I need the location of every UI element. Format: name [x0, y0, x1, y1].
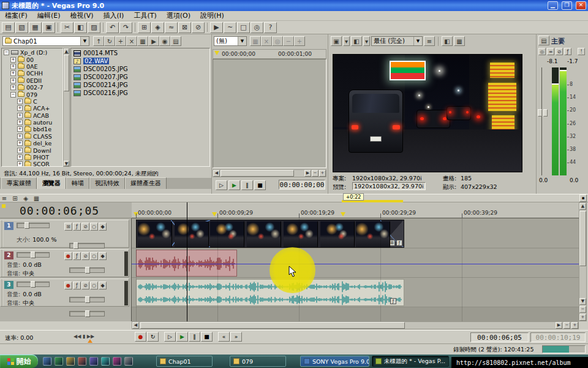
views-icon[interactable]: ▦	[137, 36, 148, 46]
menu-item-5[interactable]: 選項(O)	[162, 10, 195, 21]
media-properties-icon[interactable]: ▤	[170, 36, 181, 46]
quick-launch-icon[interactable]	[113, 357, 121, 366]
tree-item-scor[interactable]: +SCOR	[2, 161, 62, 167]
chevron-down-icon[interactable]: ▼	[413, 37, 422, 45]
cut-icon[interactable]: ✂	[61, 22, 74, 33]
tab-inactive[interactable]: 媒體產生器	[125, 177, 167, 189]
tree-item-class[interactable]: +CLASS	[2, 133, 62, 140]
delete-icon[interactable]: ×	[126, 36, 137, 46]
close-button[interactable]: ✕	[576, 1, 586, 10]
chevron-down-icon[interactable]: ▾	[363, 36, 370, 46]
track-motion-icon[interactable]: ⊞	[64, 223, 72, 231]
auto-preview-icon[interactable]: ◉	[159, 36, 170, 46]
tree-item-c[interactable]: +C	[2, 98, 62, 105]
tree-item-00[interactable]: +00	[2, 56, 62, 63]
quick-launch-icon[interactable]	[78, 357, 86, 366]
playhead-cursor[interactable]	[187, 202, 187, 321]
paste-icon[interactable]: ▨	[88, 22, 100, 33]
master-fx-icon[interactable]: ƒ	[564, 48, 571, 55]
tree-item-phot[interactable]: +PHOT	[2, 154, 62, 161]
track-header-3[interactable]: 3 ●ƒ⊘○◆ 音量:0.0 dB 音場:中央	[0, 278, 129, 307]
tree-item-xp-d-d-[interactable]: −Xp_d (D:)	[2, 49, 62, 56]
marker-tool-icon[interactable]: ⊞	[11, 195, 20, 202]
master-fader-right[interactable]	[543, 109, 548, 117]
tree-item-bbd1e[interactable]: +bbd1e	[2, 126, 62, 132]
go-to-start-button[interactable]: «	[218, 332, 230, 342]
trimmer-preset-dropdown[interactable]: (無) ▼	[214, 36, 247, 46]
grid-icon[interactable]: ▦	[32, 195, 41, 202]
tab-inactive[interactable]: 視訊特效	[89, 177, 125, 189]
file-item[interactable]: 00014.MTS	[72, 49, 209, 57]
auto-crossfade-icon[interactable]: ◈	[151, 22, 164, 33]
scrub-marker[interactable]	[88, 339, 92, 343]
record-arm-icon[interactable]: ●	[64, 252, 72, 260]
file-item[interactable]: DSC00207.JPG	[72, 73, 209, 81]
expand-icon[interactable]: +	[10, 64, 16, 69]
track-fx-icon[interactable]: ƒ	[73, 282, 81, 289]
mute-icon[interactable]: ⊘	[81, 252, 89, 260]
expand-icon[interactable]: +	[17, 120, 23, 125]
mute-output-icon[interactable]: ⊘	[556, 48, 563, 55]
quick-launch-icon[interactable]	[55, 357, 63, 366]
refresh-icon[interactable]: ↻	[104, 36, 115, 46]
play-from-start-button[interactable]: ▷	[164, 332, 176, 342]
project-properties-icon[interactable]: ▣	[42, 22, 55, 33]
save-frame-icon[interactable]: ▦	[454, 36, 465, 46]
record-button[interactable]: ●	[135, 332, 146, 342]
tree-item-0ae[interactable]: +0AE	[2, 63, 62, 70]
current-timecode[interactable]: 00:00:06;05	[470, 332, 529, 342]
pause-button[interactable]: ‖	[189, 332, 200, 342]
expand-icon[interactable]: +	[10, 85, 16, 90]
timeline-marker[interactable]	[212, 212, 217, 217]
track-grip[interactable]	[1, 250, 3, 277]
menu-item-3[interactable]: 插入(I)	[99, 10, 129, 21]
mute-icon[interactable]: ⊘	[81, 223, 89, 231]
expand-icon[interactable]: +	[17, 99, 23, 104]
level-slider[interactable]	[69, 243, 105, 248]
timeline-lanes[interactable]: ⊞ ƒ ƒ	[132, 218, 579, 321]
file-item[interactable]: ♪02.WAV	[72, 57, 209, 65]
tree-item-002-7[interactable]: +002-7	[2, 84, 62, 91]
menu-item-4[interactable]: 工具(T)	[129, 10, 161, 21]
automation-icon[interactable]: ◆	[99, 282, 107, 289]
meter-options-icon[interactable]: !	[578, 48, 585, 55]
track-fader[interactable]	[17, 223, 50, 228]
tab-inactive[interactable]: 專案媒體	[1, 177, 37, 189]
task-button-0[interactable]: Chap01	[156, 356, 213, 367]
copy-icon[interactable]: ◧	[74, 22, 87, 33]
expand-icon[interactable]: +	[17, 161, 23, 167]
expand-icon[interactable]: +	[17, 105, 23, 111]
expand-icon[interactable]: +	[17, 126, 23, 132]
start-button[interactable]: 開始	[0, 355, 38, 368]
quick-launch-icon[interactable]	[43, 357, 51, 366]
expand-icon[interactable]: +	[17, 134, 23, 139]
dim-output-icon[interactable]: ≡	[547, 48, 554, 55]
scrub-control[interactable]: ◀◀ ▮ ▶▶	[74, 334, 94, 339]
up-one-level-icon[interactable]: ↑	[93, 36, 104, 46]
menu-item-1[interactable]: 編輯(E)	[32, 10, 66, 21]
quick-launch-icon[interactable]	[101, 357, 110, 366]
big-timecode[interactable]: 00:00:06;05	[20, 204, 99, 217]
file-item[interactable]: DSC00216.JPG	[72, 89, 209, 97]
auto-ripple-icon[interactable]: ≈	[165, 22, 178, 33]
track-fx-icon[interactable]: ƒ	[73, 223, 81, 231]
master-fader-left[interactable]	[538, 109, 542, 117]
track-fader[interactable]	[17, 282, 50, 287]
normal-edit-tool-icon[interactable]: ▶	[210, 22, 223, 33]
loop-playback-button[interactable]: ↻	[147, 332, 159, 342]
maximize-button[interactable]: ❐	[562, 1, 572, 10]
menu-item-6[interactable]: 說明(H)	[195, 10, 229, 21]
play-button[interactable]: ▶	[228, 180, 240, 190]
volume-slider[interactable]	[69, 297, 105, 302]
task-button-3[interactable]: 未標題的 * - Vegas P...	[372, 356, 449, 367]
expand-icon[interactable]: +	[10, 78, 16, 83]
solo-icon[interactable]: ○	[90, 282, 98, 289]
expand-icon[interactable]: +	[17, 148, 23, 153]
folder-dropdown[interactable]: Chap01 ▼	[2, 36, 89, 46]
end-timecode[interactable]: 00:00:10;19	[530, 332, 586, 342]
expand-icon[interactable]: +	[10, 71, 16, 76]
track-grip[interactable]	[1, 279, 3, 306]
delete-preset-icon[interactable]: ×	[261, 36, 272, 46]
automation-icon[interactable]: ◆	[99, 252, 107, 260]
stop-button[interactable]: ■	[201, 332, 213, 342]
